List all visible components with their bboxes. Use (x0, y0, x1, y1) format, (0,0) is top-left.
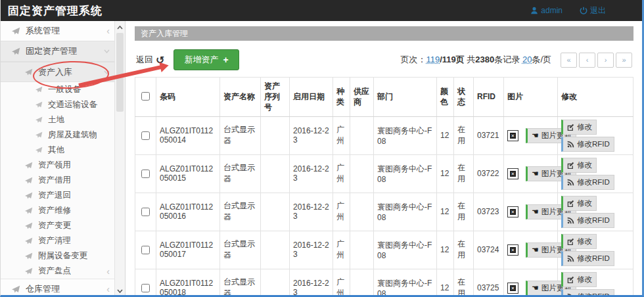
edit-rfid-button[interactable]: 修改RFID (561, 213, 614, 228)
barcode-cell: ALGZ01IT0112050016 (156, 193, 220, 231)
plane-icon (35, 101, 43, 108)
sidebar-item-system-mgmt[interactable]: 系统管理 ‹ (0, 21, 115, 41)
main-content: 资产入库管理 返回 ↺ 新增资产 + 页次：119/119页 共2380条记录 … (126, 21, 644, 297)
broken-image-icon[interactable]: ✕ (507, 130, 518, 141)
sidebar-item-fixed-asset-mgmt[interactable]: 固定资产管理 (0, 41, 115, 62)
prev-page-button[interactable]: ‹ (579, 53, 595, 68)
col-header-rfid: RFID (474, 78, 504, 117)
sidebar-item-asset-inbound[interactable]: 资产入库 (0, 62, 115, 82)
rfid-cell: 03724 (474, 231, 504, 269)
scroll-up-icon[interactable] (115, 22, 125, 32)
edit-rfid-button[interactable]: 修改RFID (561, 175, 614, 190)
sidebar-item-general-equipment[interactable]: 一般设备 (0, 82, 115, 97)
row-checkbox[interactable] (141, 246, 150, 254)
date-cell: 2016-12-23 (290, 269, 333, 297)
asset-name-cell: 台式显示器 (220, 231, 261, 269)
color-cell: 12 (437, 154, 454, 193)
kind-cell: 广州 (333, 116, 350, 154)
sidebar-item-other[interactable]: 其他 (0, 143, 115, 158)
sidebar-item-buildings[interactable]: 房屋及建筑物 (0, 127, 115, 143)
edit-rfid-button[interactable]: 修改RFID (561, 137, 614, 152)
last-page-button[interactable]: » (616, 53, 632, 68)
panel-title: 资产入库管理 (135, 26, 633, 41)
scroll-down-icon[interactable] (115, 286, 125, 296)
sidebar-item-attachment-change[interactable]: 附属设备变更 (0, 248, 115, 263)
kind-cell: 广州 (333, 231, 350, 269)
table-row: ALGZ01IT0112050016 台式显示器 2016-12-23 广州 寰… (135, 193, 633, 231)
edit-label: 修改 (577, 198, 592, 208)
edit-button[interactable]: 修改 (561, 234, 597, 249)
asset-name-cell: 台式显示器 (220, 193, 261, 231)
sidebar-item-transport-equipment[interactable]: 交通运输设备 (0, 97, 115, 112)
edit-rfid-label: 修改RFID (577, 216, 610, 225)
row-checkbox[interactable] (141, 208, 150, 216)
sidebar-item-asset-inventory[interactable]: 资产盘点 ‹ (0, 263, 115, 279)
edit-label: 修改 (577, 122, 592, 132)
pencil-icon (567, 162, 574, 169)
rfid-cell: 03725 (474, 269, 504, 297)
sidebar-item-asset-change[interactable]: 资产变更 (0, 218, 115, 233)
chevron-left-icon: ‹ (106, 26, 110, 35)
records-suffix: 条记录 (494, 55, 520, 64)
current-page-link[interactable]: 119 (426, 55, 440, 64)
table-row: ALGZ01IT0112050015 台式显示器 2016-12-23 广州 寰… (135, 154, 633, 193)
user-account-link[interactable]: admin (530, 6, 563, 15)
edit-button[interactable]: 修改 (561, 158, 597, 173)
sidebar-item-warehouse-mgmt[interactable]: 仓库管理 ‹ (0, 279, 115, 297)
hand-pointer-icon: ☚ (532, 246, 539, 254)
col-header-dept: 部门 (374, 78, 437, 117)
edit-rfid-label: 修改RFID (577, 177, 610, 187)
status-cell: 在用 (454, 269, 474, 297)
select-all-checkbox[interactable] (141, 92, 150, 101)
sidebar-item-label: 仓库管理 (26, 283, 106, 295)
edit-button[interactable]: 修改 (561, 120, 597, 135)
hand-pointer-icon: ☚ (532, 208, 539, 216)
logout-label: 退出 (590, 5, 606, 16)
col-header-supplier: 供应商 (350, 78, 374, 117)
sidebar-item-asset-cleanup[interactable]: 资产清理 (0, 233, 115, 248)
edit-rfid-button[interactable]: 修改RFID (561, 289, 614, 297)
sidebar-scrollbar[interactable] (114, 21, 125, 297)
kind-cell: 广州 (333, 154, 350, 193)
total-pages: /119页 (440, 55, 465, 64)
page-size-link[interactable]: 20 (522, 55, 532, 64)
sidebar-item-label: 土地 (48, 114, 115, 126)
barcode-cell: ALGZ01IT0112050014 (156, 116, 220, 154)
sidebar-item-label: 资产入库 (38, 66, 104, 78)
plane-icon (25, 162, 33, 170)
rfid-cell: 03723 (474, 193, 504, 231)
first-page-button[interactable]: « (561, 53, 577, 68)
asset-table: 条码 资产名称 资产序列号 启用日期 种类 供应商 部门 颜色 状态 RFID … (135, 77, 633, 297)
status-cell: 在用 (454, 231, 474, 269)
row-checkbox[interactable] (141, 170, 150, 178)
sidebar-item-land[interactable]: 土地 (0, 112, 115, 127)
edit-label: 修改 (577, 275, 592, 285)
edit-button[interactable]: 修改 (561, 272, 597, 287)
sidebar-item-asset-return[interactable]: 资产退回 (0, 188, 115, 203)
broken-image-icon[interactable]: ✕ (507, 206, 518, 217)
sidebar-item-asset-issue[interactable]: 资产领用 (0, 158, 115, 173)
broken-image-icon[interactable]: ✕ (507, 283, 518, 294)
col-header-modify: 修改 (558, 78, 633, 117)
broken-image-icon[interactable]: ✕ (507, 168, 518, 179)
dept-cell: 寰图商务中心-F08 (374, 116, 437, 154)
edit-button[interactable]: 修改 (561, 196, 597, 211)
sidebar-item-asset-repair[interactable]: 资产维修 (0, 203, 115, 218)
dept-cell: 寰图商务中心-F08 (374, 269, 437, 297)
broken-image-icon[interactable]: ✕ (507, 244, 518, 256)
dept-cell: 寰图商务中心-F08 (374, 193, 437, 231)
edit-rfid-button[interactable]: 修改RFID (561, 251, 614, 266)
row-checkbox[interactable] (141, 131, 150, 140)
plane-icon (35, 147, 43, 154)
back-button[interactable]: 返回 ↺ (136, 54, 164, 66)
logout-link[interactable]: 退出 (580, 5, 606, 16)
row-checkbox[interactable] (141, 284, 150, 292)
sidebar-item-asset-borrow[interactable]: 资产借用 (0, 173, 115, 188)
add-asset-button[interactable]: 新增资产 + (173, 49, 239, 70)
scrollbar-thumb[interactable] (116, 33, 124, 112)
date-cell: 2016-12-23 (290, 116, 333, 154)
supplier-cell (350, 193, 374, 231)
status-cell: 在用 (454, 116, 474, 154)
edit-rfid-label: 修改RFID (577, 292, 610, 297)
next-page-button[interactable]: › (597, 53, 614, 68)
